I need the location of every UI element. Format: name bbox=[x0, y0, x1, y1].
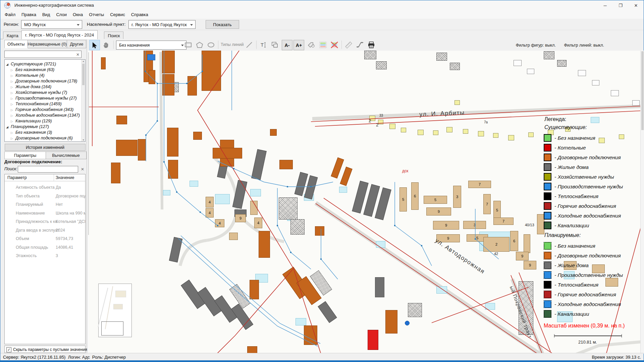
tree-item-label: Без назначения (3) bbox=[15, 130, 52, 135]
menu-item-Справка[interactable]: Справка bbox=[128, 11, 151, 18]
tree-expander-icon[interactable]: ▷ bbox=[11, 97, 13, 100]
menu-item-Окна[interactable]: Окна bbox=[70, 11, 86, 18]
tree-scrollbar[interactable]: ▲ ▼ bbox=[81, 60, 85, 141]
doc-tab[interactable]: Карта bbox=[3, 32, 22, 39]
minimap-viewport[interactable] bbox=[101, 321, 123, 336]
tag-refresh-tool-button[interactable] bbox=[306, 40, 316, 50]
tree-item[interactable]: ▷Горячие водоснабжения (343) bbox=[5, 107, 73, 113]
map-label: 40/13 bbox=[525, 223, 534, 227]
panel-tab-Объекты[interactable]: Объекты bbox=[4, 40, 28, 48]
ruler-tool-button[interactable] bbox=[343, 40, 354, 50]
layers-off-tool-button[interactable] bbox=[329, 40, 339, 50]
tree-expander-icon[interactable]: ▷ bbox=[11, 74, 13, 77]
menu-item-Вид[interactable]: Вид bbox=[39, 11, 53, 18]
doc-tab[interactable]: Поиск bbox=[104, 32, 123, 39]
table-row[interactable]: ПланируемыйНет bbox=[5, 200, 85, 208]
minimize-button[interactable]: ─ bbox=[597, 0, 613, 10]
tree-item[interactable]: ▷Производственные нужды (27) bbox=[5, 96, 77, 102]
table-row[interactable]: Принадлежность к коКотельная "ДСК bbox=[5, 217, 85, 226]
legend-item: - Холодные водоснабжения bbox=[544, 299, 644, 309]
doc-tab[interactable]: г. Якутск - МО Город Якутск - 2024 bbox=[21, 30, 98, 39]
table-row[interactable]: Объем59734,73 bbox=[5, 234, 85, 243]
param-name: Этажность bbox=[16, 253, 37, 258]
table-row[interactable]: Этажность3 bbox=[5, 251, 85, 260]
tree-item[interactable]: ▷Жилые дома (3) bbox=[5, 141, 47, 142]
tree-item[interactable]: ▷Жилые дома (164) bbox=[5, 84, 51, 90]
tree-expander-icon[interactable]: ▷ bbox=[11, 68, 13, 72]
menu-item-Отчеты[interactable]: Отчеты bbox=[86, 11, 107, 18]
tree-expander-icon[interactable]: ◢ bbox=[6, 63, 8, 66]
menu-item-Правка[interactable]: Правка bbox=[18, 11, 39, 18]
tree-expander-icon[interactable]: ▷ bbox=[11, 114, 13, 117]
close-button[interactable]: ✕ bbox=[628, 0, 644, 10]
shape-rect-button[interactable] bbox=[183, 40, 193, 50]
tree-item[interactable]: ▷Теплоснабжения (1459) bbox=[5, 102, 62, 107]
table-row[interactable]: Общая площадь14086,41 bbox=[5, 243, 85, 251]
scroll-down-icon[interactable]: ▼ bbox=[82, 139, 85, 141]
table-row[interactable]: Тип объектаДоговорное под bbox=[5, 192, 85, 200]
param-search-input[interactable] bbox=[18, 166, 78, 173]
menu-item-Файл[interactable]: Файл bbox=[2, 11, 18, 18]
tree-item[interactable]: ◢Существующие (3721) bbox=[5, 62, 56, 67]
param-name: Наименование bbox=[16, 211, 45, 216]
table-row[interactable]: НаименованиеШкола на 990 м bbox=[5, 209, 85, 217]
tree-expander-icon[interactable]: ▷ bbox=[11, 91, 13, 95]
tree-expander-icon[interactable]: ▷ bbox=[11, 108, 13, 112]
maximize-button[interactable]: ❐ bbox=[613, 0, 628, 10]
font-increase[interactable]: A+ bbox=[293, 40, 304, 50]
tree-item[interactable]: ◢Планируемые (127) bbox=[5, 124, 49, 130]
tree-expander-icon[interactable]: ▷ bbox=[11, 85, 13, 89]
shape-type-select[interactable]: Без назначения bbox=[116, 41, 186, 50]
param-tab-Вычисляемые[interactable]: Вычисляемые bbox=[45, 152, 87, 159]
tree-item[interactable]: ▷Без назначения (63) bbox=[5, 67, 54, 73]
settlement-select[interactable]: г. Якутск - МО Город Якутск bbox=[128, 20, 196, 29]
tree-item[interactable]: ▷Хозяйственные нужды (7) bbox=[5, 90, 67, 96]
tree-item[interactable]: ▷Канализации (129) bbox=[5, 119, 52, 124]
copy-shape-tool-button[interactable] bbox=[270, 40, 280, 50]
map-right-scrollbar[interactable] bbox=[640, 51, 644, 354]
tree-item[interactable]: ▷Котельные (4) bbox=[5, 73, 45, 79]
region-select[interactable]: МО Якутск bbox=[21, 20, 82, 29]
panel-tab-Другие[interactable]: Другие bbox=[67, 40, 86, 48]
tree-item[interactable]: ▷Холодные водоснабжения (1347) bbox=[5, 113, 80, 119]
map-canvas[interactable]: 5659377593769529944494ул. И. Арбитыул. А… bbox=[89, 51, 644, 354]
tree-expander-icon[interactable]: ▷ bbox=[11, 103, 13, 106]
print-tool-button[interactable] bbox=[366, 40, 376, 50]
tree-expander-icon[interactable]: ▷ bbox=[11, 120, 13, 123]
selected-object-marker[interactable] bbox=[405, 321, 410, 325]
minimap[interactable] bbox=[98, 284, 132, 337]
show-button[interactable]: Показать bbox=[206, 20, 239, 29]
pan-tool-button[interactable] bbox=[101, 40, 111, 50]
measure-tool-button[interactable] bbox=[355, 40, 365, 50]
tree-expander-icon[interactable]: ▷ bbox=[11, 80, 13, 83]
clear-param-search-icon[interactable]: ✕ bbox=[81, 167, 84, 172]
table-row[interactable]: Дата ввода в эксплуат2024 bbox=[5, 226, 85, 234]
ellipse-icon bbox=[207, 41, 215, 49]
scroll-up-icon[interactable]: ▲ bbox=[82, 60, 85, 62]
tree-expander-icon[interactable]: ▷ bbox=[11, 131, 13, 134]
legend-swatch-planned bbox=[544, 261, 551, 269]
text-tool-button[interactable]: T bbox=[258, 40, 268, 50]
shape-ellipse-button[interactable] bbox=[206, 40, 216, 50]
layers-fill-tool-button[interactable] bbox=[318, 40, 328, 50]
clear-search-icon[interactable]: ✕ bbox=[76, 52, 79, 57]
table-row[interactable]: Активность объектаДа bbox=[5, 183, 85, 191]
shape-pentagon-button[interactable] bbox=[195, 40, 205, 50]
tree-item[interactable]: ▷Без назначения (3) bbox=[5, 130, 52, 136]
objects-search[interactable]: ✕ bbox=[4, 51, 82, 58]
history-button[interactable]: История изменений bbox=[5, 144, 86, 151]
menu-item-Слои[interactable]: Слои bbox=[53, 11, 70, 18]
param-tab-Параметры[interactable]: Параметры bbox=[4, 152, 46, 159]
font-decrease[interactable]: A- bbox=[282, 40, 292, 50]
tree-expander-icon[interactable]: ▷ bbox=[11, 137, 13, 140]
hide-empty-checkbox[interactable]: ✓ bbox=[6, 347, 11, 352]
menu-item-Сервис[interactable]: Сервис bbox=[107, 11, 128, 18]
legend-item: - Холодные водоснабжения bbox=[544, 211, 644, 221]
tree-expander-icon[interactable]: ◢ bbox=[6, 125, 8, 129]
panel-tab-Неразмещенные (0)[interactable]: Неразмещенные (0) bbox=[24, 40, 70, 48]
line-tool-button[interactable] bbox=[244, 40, 254, 50]
tree-item[interactable]: ▷Договорные подключения (178) bbox=[5, 79, 77, 84]
select-tool-button[interactable] bbox=[89, 40, 100, 50]
legend-item-label: - Производственные нужды bbox=[554, 272, 623, 278]
tree-item[interactable]: ▷Договорные подключения (6) bbox=[5, 136, 73, 141]
